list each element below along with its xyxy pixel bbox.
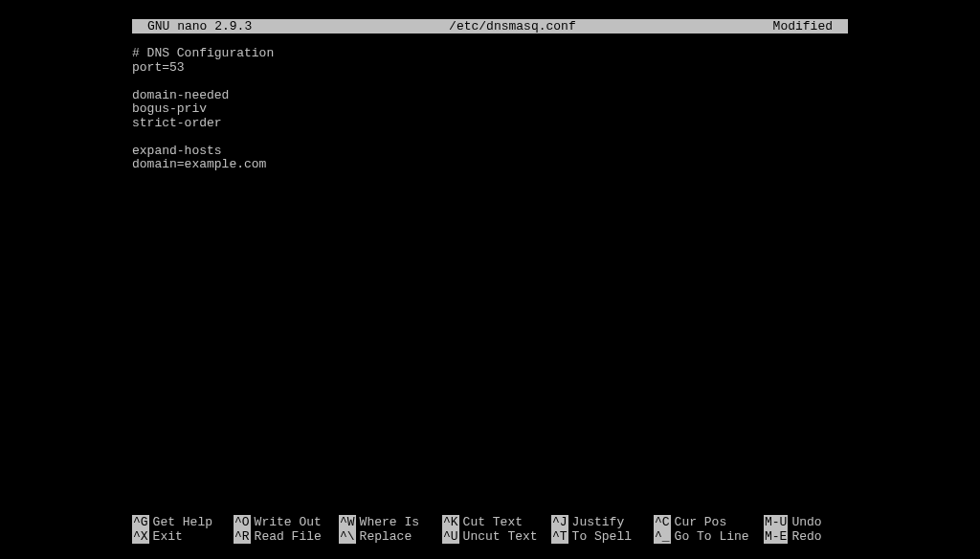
shortcut-label: Replace bbox=[356, 529, 412, 544]
shortcut-justify: ^JJustify bbox=[551, 515, 654, 529]
shortcut-where-is: ^WWhere Is bbox=[339, 515, 442, 529]
shortcut-bar: ^GGet Help^OWrite Out^WWhere Is^KCut Tex… bbox=[132, 515, 848, 544]
shortcut-undo: M-UUndo bbox=[764, 515, 848, 529]
shortcut-label: Uncut Text bbox=[459, 529, 538, 544]
key-badge: ^X bbox=[132, 529, 149, 544]
editor-content[interactable]: # DNS Configuration port=53 domain-neede… bbox=[132, 34, 848, 172]
key-badge: ^G bbox=[132, 515, 149, 529]
key-badge: ^U bbox=[442, 529, 459, 544]
key-badge: ^J bbox=[551, 515, 568, 529]
shortcut-get-help: ^GGet Help bbox=[132, 515, 234, 529]
shortcut-label: Read File bbox=[251, 529, 322, 544]
title-bar: GNU nano 2.9.3 /etc/dnsmasq.conf Modifie… bbox=[132, 19, 848, 34]
shortcut-label: To Spell bbox=[568, 529, 632, 544]
shortcut-cut-text: ^KCut Text bbox=[442, 515, 551, 529]
shortcut-cur-pos: ^CCur Pos bbox=[654, 515, 764, 529]
shortcut-row-1: ^GGet Help^OWrite Out^WWhere Is^KCut Tex… bbox=[132, 515, 848, 529]
key-badge: ^T bbox=[551, 529, 568, 544]
nano-editor[interactable]: GNU nano 2.9.3 /etc/dnsmasq.conf Modifie… bbox=[132, 19, 848, 544]
key-badge: ^O bbox=[234, 515, 251, 529]
shortcut-exit: ^XExit bbox=[132, 529, 234, 544]
app-name: GNU nano 2.9.3 bbox=[132, 19, 252, 34]
shortcut-label: Exit bbox=[149, 529, 183, 544]
shortcut-label: Get Help bbox=[149, 515, 212, 529]
shortcut-to-spell: ^TTo Spell bbox=[551, 529, 654, 544]
key-badge: ^R bbox=[234, 529, 251, 544]
modified-status: Modified bbox=[773, 19, 848, 34]
key-badge: ^\ bbox=[339, 529, 356, 544]
shortcut-label: Cut Text bbox=[459, 515, 523, 529]
shortcut-label: Undo bbox=[788, 515, 821, 529]
shortcut-label: Where Is bbox=[356, 515, 419, 529]
shortcut-redo: M-ERedo bbox=[764, 529, 848, 544]
key-badge: ^_ bbox=[654, 529, 671, 544]
shortcut-read-file: ^RRead File bbox=[234, 529, 339, 544]
shortcut-uncut-text: ^UUncut Text bbox=[442, 529, 551, 544]
key-badge: ^W bbox=[339, 515, 356, 529]
shortcut-label: Redo bbox=[788, 529, 821, 544]
key-badge: M-U bbox=[764, 515, 788, 529]
shortcut-row-2: ^XExit^RRead File^\Replace^UUncut Text^T… bbox=[132, 529, 848, 544]
key-badge: ^K bbox=[442, 515, 459, 529]
shortcut-label: Justify bbox=[568, 515, 625, 529]
shortcut-write-out: ^OWrite Out bbox=[234, 515, 339, 529]
shortcut-replace: ^\Replace bbox=[339, 529, 442, 544]
shortcut-label: Go To Line bbox=[671, 529, 749, 544]
shortcut-go-to-line: ^_Go To Line bbox=[654, 529, 764, 544]
key-badge: M-E bbox=[764, 529, 788, 544]
shortcut-label: Cur Pos bbox=[671, 515, 727, 529]
file-path: /etc/dnsmasq.conf bbox=[252, 19, 772, 34]
key-badge: ^C bbox=[654, 515, 671, 529]
shortcut-label: Write Out bbox=[251, 515, 322, 529]
